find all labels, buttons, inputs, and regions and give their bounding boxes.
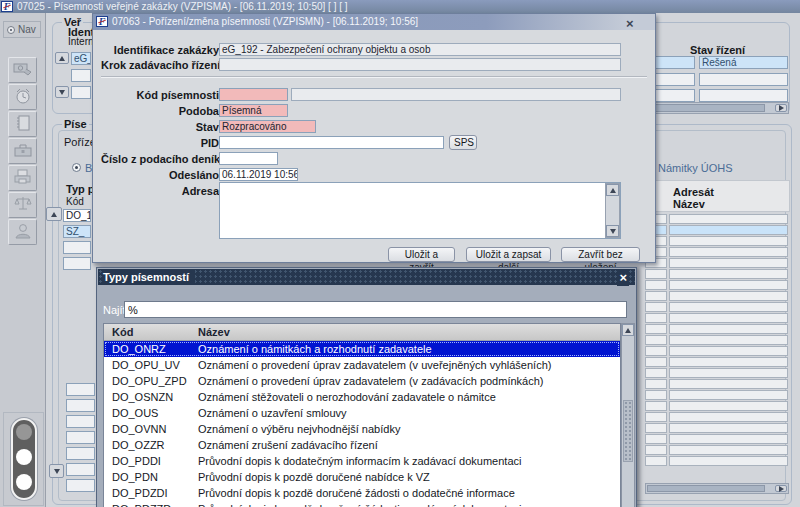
picker-titlebar[interactable]: Typy písemností × xyxy=(98,269,635,285)
scrollbar-thumb[interactable] xyxy=(623,400,633,462)
identifikace-field[interactable]: eG_192 - Zabezpečení ochrany objektu a o… xyxy=(219,43,621,56)
pisemnosti-horizontal-scrollbar[interactable] xyxy=(645,483,789,494)
table-cell[interactable] xyxy=(669,214,788,224)
table-cell[interactable] xyxy=(645,357,667,367)
table-row[interactable] xyxy=(645,434,790,444)
table-row[interactable] xyxy=(645,423,790,433)
typ-cell[interactable] xyxy=(63,241,91,254)
table-cell[interactable] xyxy=(669,423,788,433)
typy-row[interactable]: DO_OVNNOznámení o výběru nejvhodnější na… xyxy=(104,421,620,437)
typy-row[interactable]: DO_OSNZNOznámení stěžovateli o nerozhodo… xyxy=(104,389,620,405)
typy-row[interactable]: DO_OPU_UVOznámení o provedení úprav zada… xyxy=(104,357,620,373)
table-cell[interactable] xyxy=(669,269,788,279)
table-row[interactable] xyxy=(645,291,790,301)
table-row[interactable] xyxy=(645,412,790,422)
table-row[interactable] xyxy=(645,401,790,411)
dialog-titlebar[interactable]: F 07063 - Pořízení/změna písemnosti (VZP… xyxy=(93,14,655,30)
table-cell[interactable] xyxy=(669,324,788,334)
typy-row[interactable]: DO_OUSOznámení o uzavření smlouvy xyxy=(104,405,620,421)
table-cell[interactable] xyxy=(645,335,667,345)
kod-pisemnosti-nazev-field[interactable] xyxy=(291,88,621,101)
zakazka-id-cell[interactable]: eG_1 xyxy=(71,52,91,65)
table-row[interactable] xyxy=(645,214,790,224)
table-cell[interactable] xyxy=(669,247,788,257)
krok-field[interactable] xyxy=(219,58,621,71)
table-cell[interactable] xyxy=(669,412,788,422)
zavrit-bez-ulozeni-button[interactable]: Zavřít bez uložení xyxy=(561,247,640,262)
cislo-deniku-field[interactable] xyxy=(219,152,278,165)
adresa-scrollbar[interactable] xyxy=(605,183,620,238)
table-row[interactable] xyxy=(645,335,790,345)
table-row[interactable] xyxy=(645,225,790,235)
record-up-button[interactable] xyxy=(55,52,69,64)
scrollbar-thumb[interactable] xyxy=(647,485,765,492)
toolbar-button-legal[interactable] xyxy=(8,192,37,218)
main-window-titlebar[interactable]: F 07025 - Písemnosti veřejné zakázky (VZ… xyxy=(0,0,800,13)
table-cell[interactable] xyxy=(669,258,788,268)
typy-scrollbar[interactable] xyxy=(621,323,635,507)
table-row[interactable] xyxy=(645,258,790,268)
table-row[interactable] xyxy=(645,280,790,290)
table-cell[interactable] xyxy=(645,423,667,433)
toolbar-button-tools[interactable] xyxy=(8,138,37,164)
table-cell[interactable] xyxy=(645,434,667,444)
toolbar-button-print[interactable] xyxy=(8,165,37,191)
table-cell[interactable] xyxy=(669,335,788,345)
typ-cell[interactable] xyxy=(66,431,95,444)
table-row[interactable] xyxy=(645,445,790,455)
list-down-button[interactable] xyxy=(49,464,64,478)
table-cell[interactable] xyxy=(669,236,788,246)
typ-cell-selected[interactable]: SZ_ xyxy=(63,225,91,238)
typ-cell[interactable] xyxy=(66,463,95,476)
ulozit-a-zavrit-button[interactable]: Uložit a zavřít xyxy=(388,247,455,262)
table-cell[interactable] xyxy=(669,379,788,389)
typy-row[interactable]: DO_PDZDIPrůvodní dopis k pozdě doručené … xyxy=(104,485,620,501)
table-cell[interactable] xyxy=(645,291,667,301)
table-cell[interactable] xyxy=(645,390,667,400)
sps-button[interactable]: SPS xyxy=(449,135,477,150)
picker-close-icon[interactable]: × xyxy=(617,270,629,286)
toolbar-button-person[interactable] xyxy=(8,219,37,245)
typ-cell[interactable]: DO_1 xyxy=(63,209,91,222)
table-row[interactable] xyxy=(645,357,790,367)
table-row[interactable] xyxy=(645,368,790,378)
odeslano-field[interactable]: 06.11.2019 10:56 xyxy=(219,168,298,181)
table-cell[interactable] xyxy=(645,324,667,334)
table-row[interactable] xyxy=(645,379,790,389)
table-cell[interactable] xyxy=(645,401,667,411)
record-down-button[interactable] xyxy=(55,86,69,98)
table-cell[interactable] xyxy=(645,269,667,279)
table-cell[interactable] xyxy=(645,346,667,356)
typ-cell[interactable] xyxy=(66,447,95,460)
typy-row[interactable]: DO_PDNPrůvodní dopis k pozdě doručené na… xyxy=(104,469,620,485)
table-cell[interactable] xyxy=(669,434,788,444)
typ-cell[interactable] xyxy=(66,399,95,412)
scrollbar-thumb[interactable] xyxy=(647,104,765,112)
table-row[interactable] xyxy=(645,269,790,279)
scroll-right-button[interactable] xyxy=(775,485,787,492)
typy-row-selected[interactable]: DO_ONRZOznámení o námitkách a rozhodnutí… xyxy=(104,341,620,357)
typy-row[interactable]: DO_OPU_ZPDOznámení o provedení úprav zad… xyxy=(104,373,620,389)
table-row[interactable] xyxy=(645,346,790,356)
table-cell[interactable] xyxy=(669,445,788,455)
typy-row[interactable]: DO_OZZROznámení zrušení zadávacího řízen… xyxy=(104,437,620,453)
scroll-right-button[interactable] xyxy=(775,104,787,112)
scroll-down-button[interactable] xyxy=(606,225,619,237)
adresa-textarea[interactable] xyxy=(219,182,621,239)
table-cell[interactable] xyxy=(669,357,788,367)
table-cell[interactable] xyxy=(645,280,667,290)
stav-rizeni-cell[interactable]: Řešená xyxy=(699,56,788,69)
typy-row[interactable]: DO_PDZZDPrůvodní dopis k pozdě doručené … xyxy=(104,501,620,507)
table-cell[interactable] xyxy=(645,379,667,389)
stav-rizeni-cell[interactable] xyxy=(699,73,788,86)
table-row[interactable] xyxy=(645,302,790,312)
table-cell[interactable] xyxy=(645,456,667,466)
table-cell[interactable] xyxy=(669,302,788,312)
typy-row[interactable]: DO_PDDIPrůvodní dopis k dodatečným infor… xyxy=(104,453,620,469)
table-cell[interactable] xyxy=(669,401,788,411)
typ-cell[interactable] xyxy=(63,257,91,270)
table-cell[interactable] xyxy=(669,280,788,290)
table-cell[interactable] xyxy=(669,291,788,301)
dialog-close-icon[interactable]: × xyxy=(626,17,634,30)
pid-field[interactable] xyxy=(219,136,444,149)
